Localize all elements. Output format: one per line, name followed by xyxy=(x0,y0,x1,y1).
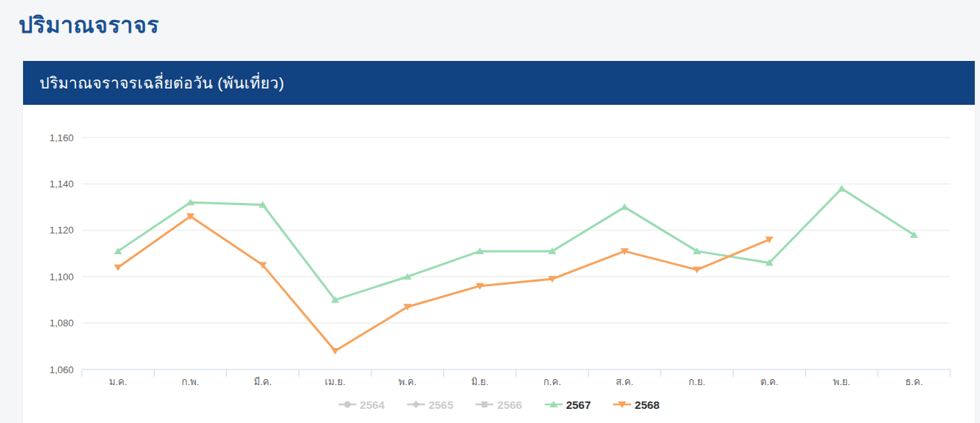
page-title: ปริมาณจราจร xyxy=(19,7,159,42)
x-axis-label: ม.ค. xyxy=(109,376,127,387)
legend-item-2566[interactable]: 2566 xyxy=(475,398,522,411)
series-marker-2568 xyxy=(331,348,339,355)
chart-card-header: ปริมาณจราจรเฉลี่ยต่อวัน (พันเที่ยว) xyxy=(23,61,975,105)
x-axis-label: พ.ค. xyxy=(398,376,417,387)
x-axis-label: มี.ค. xyxy=(254,376,272,387)
y-axis-label: 1,060 xyxy=(49,364,74,375)
x-axis-label: ก.พ. xyxy=(182,376,199,387)
legend-label-2567: 2567 xyxy=(566,398,591,411)
y-axis-label: 1,120 xyxy=(49,225,74,236)
y-axis-label: 1,160 xyxy=(49,132,74,143)
x-axis-label: เม.ย. xyxy=(324,376,345,387)
traffic-volume-line-chart: 1,0601,0801,1001,1201,1401,160ม.ค.ก.พ.มี… xyxy=(23,105,975,395)
x-axis-label: ก.ย. xyxy=(688,376,705,387)
chart-legend: 25642565256625672568 xyxy=(23,396,975,413)
x-axis-label: ธ.ค. xyxy=(905,376,923,387)
legend-item-2564[interactable]: 2564 xyxy=(339,398,385,411)
legend-item-2568[interactable]: 2568 xyxy=(613,398,659,411)
chart-card-body: 1,0601,0801,1001,1201,1401,160ม.ค.ก.พ.มี… xyxy=(23,105,975,413)
chart-card: ปริมาณจราจรเฉลี่ยต่อวัน (พันเที่ยว) 1,06… xyxy=(23,61,975,423)
x-axis-label: ส.ค. xyxy=(615,376,633,387)
legend-label-2565: 2565 xyxy=(429,398,453,411)
chart-title: ปริมาณจราจรเฉลี่ยต่อวัน (พันเที่ยว) xyxy=(39,71,284,95)
legend-label-2566: 2566 xyxy=(497,398,522,411)
x-axis-label: มิ.ย. xyxy=(471,376,488,387)
x-axis-label: ต.ค. xyxy=(760,376,778,387)
legend-item-2567[interactable]: 2567 xyxy=(545,398,591,411)
x-axis-label: ก.ค. xyxy=(543,376,561,387)
page: ปริมาณจราจร ปริมาณจราจรเฉลี่ยต่อวัน (พัน… xyxy=(0,0,980,423)
y-axis-label: 1,100 xyxy=(49,271,74,282)
y-axis-label: 1,140 xyxy=(49,178,74,190)
legend-marker-triangle-down-icon xyxy=(613,399,631,410)
legend-marker-square-icon xyxy=(475,399,493,410)
x-axis-label: พ.ย. xyxy=(833,376,850,387)
series-marker-2567 xyxy=(838,185,846,192)
legend-marker-triangle-up-icon xyxy=(545,399,563,410)
legend-marker-diamond-icon xyxy=(407,399,425,410)
legend-label-2568: 2568 xyxy=(635,398,659,411)
legend-item-2565[interactable]: 2565 xyxy=(407,398,453,411)
y-axis-label: 1,080 xyxy=(49,317,74,329)
legend-marker-circle-icon xyxy=(339,399,356,410)
series-marker-2568 xyxy=(114,265,122,271)
series-marker-2567 xyxy=(621,204,629,210)
legend-label-2564: 2564 xyxy=(360,398,385,411)
